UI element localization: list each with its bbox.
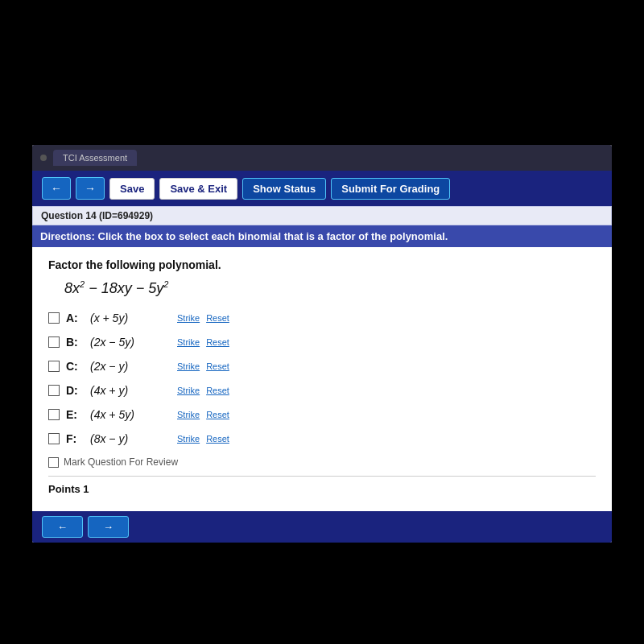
answer-option-d: D: (4x + y) Strike Reset: [48, 384, 596, 397]
option-label-b: B:: [66, 336, 84, 349]
polynomial-expression: 8x2 − 18xy − 5y2: [64, 279, 596, 297]
option-label-d: D:: [66, 384, 84, 397]
content-area: Factor the following polynomial. 8x2 − 1…: [32, 247, 612, 511]
strike-link-e[interactable]: Strike: [177, 410, 200, 419]
answer-option-f: F: (8x − y) Strike Reset: [48, 432, 596, 445]
bottom-back-button[interactable]: ←: [42, 516, 83, 538]
checkbox-a[interactable]: [48, 312, 60, 324]
save-button[interactable]: Save: [109, 178, 155, 200]
reset-link-a[interactable]: Reset: [206, 313, 229, 323]
checkbox-b[interactable]: [48, 336, 60, 348]
option-links-e: Strike Reset: [177, 410, 229, 419]
option-label-e: E:: [66, 408, 84, 421]
reset-link-c[interactable]: Reset: [206, 361, 229, 371]
strike-link-a[interactable]: Strike: [177, 313, 200, 323]
reset-link-b[interactable]: Reset: [206, 337, 229, 347]
mark-review-checkbox[interactable]: [48, 457, 59, 468]
option-label-a: A:: [66, 312, 84, 324]
bottom-forward-button[interactable]: →: [88, 516, 129, 538]
submit-grading-button[interactable]: Submit For Grading: [331, 178, 450, 200]
save-exit-button[interactable]: Save & Exit: [159, 178, 237, 200]
option-links-f: Strike Reset: [177, 434, 229, 444]
option-label-c: C:: [66, 360, 84, 373]
checkbox-f[interactable]: [48, 433, 60, 444]
sub-directions: Factor the following polynomial.: [48, 258, 596, 271]
option-expr-a: (x + 5y): [90, 312, 171, 324]
points-label: Points 1: [48, 476, 596, 495]
option-expr-c: (2x − y): [90, 360, 171, 373]
checkbox-d[interactable]: [48, 385, 60, 396]
strike-link-f[interactable]: Strike: [177, 434, 200, 444]
strike-link-d[interactable]: Strike: [177, 386, 200, 395]
checkbox-e[interactable]: [48, 409, 60, 420]
strike-link-c[interactable]: Strike: [177, 361, 200, 371]
option-expr-d: (4x + y): [90, 384, 171, 397]
options-container: A: (x + 5y) Strike Reset B: (2x − 5y) St…: [48, 312, 596, 445]
option-links-a: Strike Reset: [177, 313, 229, 323]
mark-review-label: Mark Question For Review: [64, 456, 178, 468]
browser-bar: TCI Assessment: [32, 145, 612, 171]
answer-option-a: A: (x + 5y) Strike Reset: [48, 312, 596, 324]
reset-link-f[interactable]: Reset: [206, 434, 229, 444]
option-expr-b: (2x − 5y): [90, 336, 171, 349]
forward-button[interactable]: →: [76, 177, 105, 200]
back-button[interactable]: ←: [42, 177, 71, 200]
bottom-bar: ← →: [32, 511, 612, 543]
answer-option-c: C: (2x − y) Strike Reset: [48, 360, 596, 373]
browser-tab[interactable]: TCI Assessment: [53, 150, 137, 166]
show-status-button[interactable]: Show Status: [242, 178, 326, 200]
directions-banner: Directions: Click the box to select each…: [32, 225, 612, 247]
option-label-f: F:: [66, 432, 84, 445]
option-expr-f: (8x − y): [90, 432, 171, 445]
option-expr-e: (4x + 5y): [90, 408, 171, 421]
checkbox-c[interactable]: [48, 361, 60, 372]
answer-option-e: E: (4x + 5y) Strike Reset: [48, 408, 596, 421]
reset-link-e[interactable]: Reset: [206, 410, 229, 419]
option-links-c: Strike Reset: [177, 361, 229, 371]
answer-option-b: B: (2x − 5y) Strike Reset: [48, 336, 596, 349]
reset-link-d[interactable]: Reset: [206, 386, 229, 395]
strike-link-b[interactable]: Strike: [177, 337, 200, 347]
question-header: Question 14 (ID=694929): [32, 206, 612, 225]
toolbar: ← → Save Save & Exit Show Status Submit …: [32, 171, 612, 206]
mark-review-row: Mark Question For Review: [48, 456, 596, 468]
option-links-d: Strike Reset: [177, 386, 229, 395]
option-links-b: Strike Reset: [177, 337, 229, 347]
